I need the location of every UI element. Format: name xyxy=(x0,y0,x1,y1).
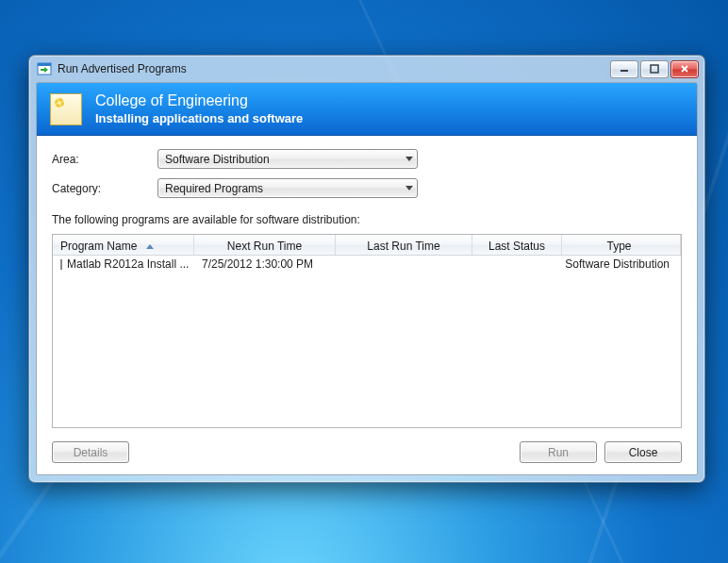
details-button[interactable]: Details xyxy=(52,441,129,463)
svg-rect-1 xyxy=(38,63,51,66)
program-icon xyxy=(60,259,62,270)
col-next-run[interactable]: Next Run Time xyxy=(194,235,336,255)
chevron-down-icon xyxy=(405,157,413,161)
cell-name: Matlab R2012a Install ... xyxy=(67,257,189,271)
svg-rect-4 xyxy=(651,65,658,73)
area-dropdown[interactable]: Software Distribution xyxy=(157,149,418,169)
col-last-run[interactable]: Last Run Time xyxy=(336,235,472,255)
window-title: Run Advertised Programs xyxy=(58,62,187,75)
run-button[interactable]: Run xyxy=(520,441,597,463)
app-window: Run Advertised Programs College of Engin… xyxy=(28,55,705,483)
cell-type: Software Distribution xyxy=(562,257,681,271)
svg-rect-3 xyxy=(620,70,628,72)
app-icon xyxy=(37,61,52,76)
banner: College of Engineering Installing applic… xyxy=(37,83,697,136)
close-window-button[interactable] xyxy=(670,60,699,78)
col-last-status[interactable]: Last Status xyxy=(472,235,562,255)
area-label: Area: xyxy=(52,153,157,166)
titlebar[interactable]: Run Advertised Programs xyxy=(29,56,704,82)
banner-subtitle: Installing applications and software xyxy=(95,111,303,125)
package-icon xyxy=(50,93,82,125)
col-type[interactable]: Type xyxy=(562,235,681,255)
category-dropdown[interactable]: Required Programs xyxy=(157,178,418,198)
maximize-button[interactable] xyxy=(640,60,669,78)
category-label: Category: xyxy=(52,182,157,195)
category-value: Required Programs xyxy=(165,182,405,195)
chevron-down-icon xyxy=(405,186,413,190)
col-program-name[interactable]: Program Name xyxy=(53,235,194,255)
list-description: The following programs are available for… xyxy=(52,213,682,226)
program-list[interactable]: Program Name Next Run Time Last Run Time… xyxy=(52,234,682,428)
area-value: Software Distribution xyxy=(165,153,405,166)
list-header: Program Name Next Run Time Last Run Time… xyxy=(53,235,681,256)
minimize-button[interactable] xyxy=(610,60,638,78)
close-button[interactable]: Close xyxy=(604,441,682,463)
banner-title: College of Engineering xyxy=(95,92,303,109)
cell-next-run: 7/25/2012 1:30:00 PM xyxy=(194,257,336,271)
table-row[interactable]: Matlab R2012a Install ... 7/25/2012 1:30… xyxy=(53,256,681,273)
client-area: College of Engineering Installing applic… xyxy=(36,82,698,475)
